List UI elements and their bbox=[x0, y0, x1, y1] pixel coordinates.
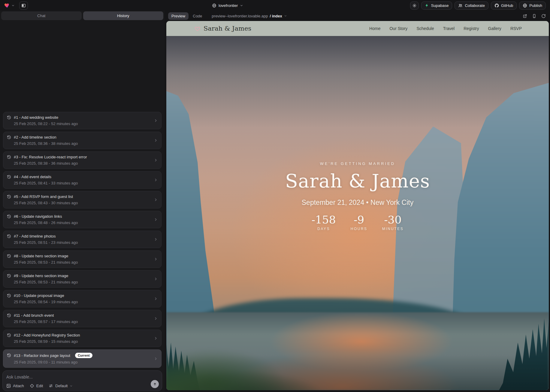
chevron-right-icon bbox=[154, 198, 158, 202]
current-badge: Current bbox=[75, 353, 92, 358]
countdown: -158 DAYS -9 HOURS -30 MINUTES bbox=[166, 214, 549, 231]
chevron-right-icon bbox=[154, 336, 158, 340]
history-restore-icon bbox=[7, 294, 11, 298]
chevron-down-icon bbox=[240, 4, 243, 7]
chevron-down-icon bbox=[70, 385, 73, 388]
lovable-app: lovefrontier Supabase Collab bbox=[0, 0, 550, 392]
chevron-right-icon bbox=[154, 316, 158, 321]
history-restore-icon bbox=[7, 135, 11, 139]
github-icon bbox=[494, 3, 499, 8]
site-nav-our-story[interactable]: Our Story bbox=[389, 26, 407, 31]
history-restore-icon bbox=[7, 195, 11, 199]
target-icon bbox=[30, 384, 34, 388]
history-item-7[interactable]: #7 - Add timeline photos 25 Feb 2025, 08… bbox=[3, 231, 162, 248]
lovable-heart-logo-icon bbox=[4, 2, 10, 8]
chevron-right-icon bbox=[154, 158, 158, 162]
history-item-12[interactable]: #12 - Add Honeyfund Registry Section 25 … bbox=[3, 330, 162, 347]
chevron-right-icon bbox=[154, 297, 158, 301]
sidebar: Chat History #1 - Add wedding website 25… bbox=[0, 11, 165, 392]
send-button[interactable] bbox=[151, 380, 159, 388]
history-list: #1 - Add wedding website 25 Feb 2025, 08… bbox=[0, 112, 165, 368]
site-nav-home[interactable]: Home bbox=[369, 26, 380, 31]
history-restore-icon bbox=[7, 274, 11, 278]
chevron-right-icon bbox=[154, 237, 158, 241]
site-nav-travel[interactable]: Travel bbox=[443, 26, 455, 31]
project-name: lovefrontier bbox=[219, 3, 238, 8]
preview-url[interactable]: preview--lovefrontier.lovable.app / inde… bbox=[212, 14, 287, 18]
composer: Attach Edit Default bbox=[2, 370, 162, 391]
publish-globe-icon bbox=[523, 3, 527, 8]
edit-select-button[interactable]: Edit bbox=[30, 384, 43, 388]
settings-button[interactable] bbox=[410, 1, 419, 10]
tab-preview[interactable]: Preview bbox=[168, 12, 189, 20]
grass-layer bbox=[166, 334, 335, 390]
site-nav-rsvp[interactable]: RSVP bbox=[510, 26, 522, 31]
mobile-view-button[interactable] bbox=[531, 13, 537, 19]
history-restore-icon bbox=[7, 155, 11, 159]
project-selector[interactable]: lovefrontier bbox=[212, 0, 243, 11]
history-item-5[interactable]: #5 - Add RSVP form and guest list 25 Feb… bbox=[3, 191, 162, 208]
history-restore-icon bbox=[7, 353, 11, 358]
hero-eyebrow: WE'RE GETTING MARRIED bbox=[166, 161, 549, 166]
sidebar-tabs: Chat History bbox=[1, 11, 163, 20]
history-item-4[interactable]: #4 - Add event details 25 Feb 2025, 08:4… bbox=[3, 171, 162, 189]
preview-url-host: preview--lovefrontier.lovable.app bbox=[212, 14, 268, 18]
sidebar-empty-space bbox=[0, 20, 165, 112]
tab-code[interactable]: Code bbox=[190, 12, 205, 20]
supabase-button[interactable]: Supabase bbox=[421, 1, 452, 10]
site-nav-gallery[interactable]: Gallery bbox=[488, 26, 501, 31]
collaborate-button[interactable]: Collaborate bbox=[455, 1, 488, 10]
site-preview-frame: Sarah & James Home Our Story Schedule Tr… bbox=[166, 21, 549, 390]
sliders-icon bbox=[49, 384, 53, 388]
arrow-up-icon bbox=[153, 382, 157, 386]
gear-icon bbox=[412, 3, 417, 8]
history-item-6[interactable]: #6 - Update navigation links 25 Feb 2025… bbox=[3, 211, 162, 228]
publish-button[interactable]: Publish bbox=[519, 1, 546, 10]
chevron-right-icon bbox=[154, 357, 158, 361]
site-header: Sarah & James Home Our Story Schedule Tr… bbox=[166, 21, 549, 36]
chevron-right-icon bbox=[154, 178, 158, 182]
tab-history[interactable]: History bbox=[83, 11, 164, 20]
history-item-9[interactable]: #9 - Update hero section image 25 Feb 20… bbox=[3, 270, 162, 288]
history-item-13-current[interactable]: #13 - Refactor index page layoutCurrent … bbox=[3, 349, 162, 368]
users-icon bbox=[458, 3, 463, 8]
github-button[interactable]: GitHub bbox=[491, 1, 517, 10]
countdown-minutes: -30 MINUTES bbox=[382, 214, 404, 231]
left-trees-layer bbox=[166, 291, 281, 390]
image-attach-icon bbox=[6, 384, 11, 388]
open-in-new-tab-button[interactable] bbox=[522, 13, 528, 19]
smartphone-icon bbox=[532, 14, 536, 18]
mode-select-button[interactable]: Default bbox=[49, 384, 73, 388]
refresh-icon bbox=[541, 14, 546, 18]
history-restore-icon bbox=[7, 214, 11, 219]
chevron-right-icon bbox=[154, 138, 158, 142]
hero-title: Sarah & James bbox=[166, 170, 549, 192]
attach-button[interactable]: Attach bbox=[6, 384, 24, 388]
history-item-1[interactable]: #1 - Add wedding website 25 Feb 2025, 08… bbox=[3, 112, 162, 129]
history-item-3[interactable]: #3 - Fix: Resolve Lucide-react import er… bbox=[3, 151, 162, 169]
history-restore-icon bbox=[7, 254, 11, 258]
history-restore-icon bbox=[7, 115, 11, 120]
site-nav-schedule[interactable]: Schedule bbox=[416, 26, 434, 31]
chevron-down-icon bbox=[284, 14, 287, 17]
lovable-logo-menu[interactable] bbox=[4, 2, 15, 8]
tab-chat[interactable]: Chat bbox=[1, 11, 82, 20]
site-nav: Home Our Story Schedule Travel Registry … bbox=[369, 26, 522, 31]
external-link-icon bbox=[523, 14, 527, 18]
river-layer bbox=[166, 312, 549, 390]
right-trees-layer bbox=[434, 259, 549, 390]
history-item-8[interactable]: #8 - Update hero section image 25 Feb 20… bbox=[3, 250, 162, 268]
history-restore-icon bbox=[7, 333, 11, 337]
history-item-2[interactable]: #2 - Add timeline section 25 Feb 2025, 0… bbox=[3, 132, 162, 149]
sidebar-toggle-button[interactable] bbox=[19, 1, 28, 10]
history-item-10[interactable]: #10 - Update proposal image 25 Feb 2025,… bbox=[3, 290, 162, 307]
site-nav-registry[interactable]: Registry bbox=[464, 26, 479, 31]
refresh-button[interactable] bbox=[541, 13, 546, 19]
site-brand[interactable]: Sarah & James bbox=[195, 25, 251, 32]
prompt-input[interactable] bbox=[6, 375, 144, 379]
history-restore-icon bbox=[7, 234, 11, 238]
chevron-right-icon bbox=[154, 257, 158, 261]
history-item-11[interactable]: #11 - Add brunch event 25 Feb 2025, 08:5… bbox=[3, 310, 162, 327]
hero-dateline: September 21, 2024 • New York City bbox=[166, 199, 549, 207]
chevron-right-icon bbox=[154, 277, 158, 281]
